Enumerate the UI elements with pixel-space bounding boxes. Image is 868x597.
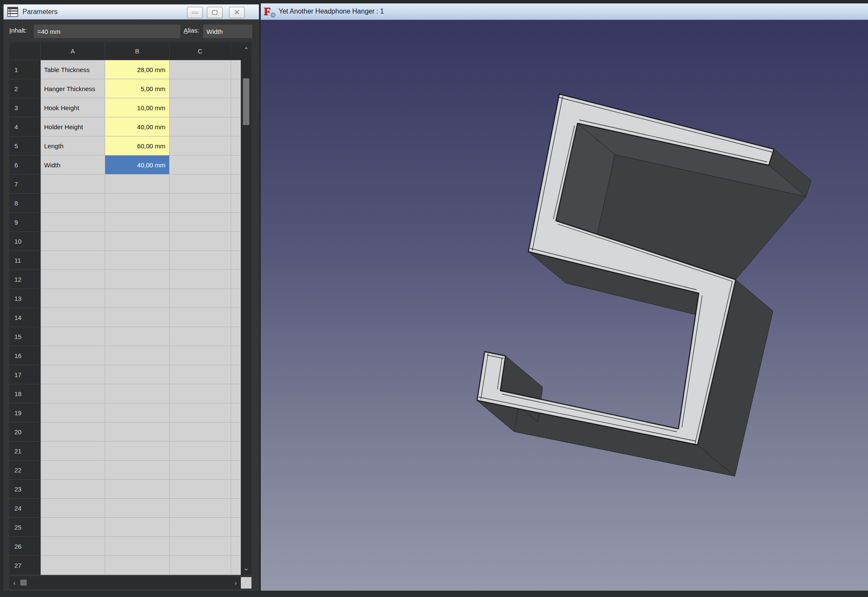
cell-A13[interactable] — [41, 289, 105, 308]
minimize-button[interactable] — [187, 7, 203, 18]
cell-A25[interactable] — [41, 518, 105, 537]
cell-B27[interactable] — [105, 556, 170, 575]
cell-B24[interactable] — [105, 499, 170, 518]
cell-A18[interactable] — [41, 384, 105, 403]
row-header-20[interactable]: 20 — [9, 422, 41, 442]
cell-A4[interactable]: Holder Height — [41, 117, 105, 136]
row-header-24[interactable]: 24 — [9, 499, 41, 518]
cell-A12[interactable] — [41, 270, 105, 289]
row-header-12[interactable]: 12 — [9, 270, 41, 289]
cell-A15[interactable] — [41, 327, 105, 346]
row-header-13[interactable]: 13 — [9, 289, 41, 308]
cell-A20[interactable] — [41, 422, 105, 442]
cell-C5[interactable] — [170, 136, 231, 155]
cell-B20[interactable] — [105, 422, 170, 442]
cell-A10[interactable] — [41, 232, 105, 251]
horizontal-scrollbar[interactable]: ‹ › — [9, 576, 241, 589]
cell-C25[interactable] — [170, 518, 231, 537]
row-header-16[interactable]: 16 — [9, 346, 41, 365]
cell-A19[interactable] — [41, 403, 105, 422]
row-header-19[interactable]: 19 — [9, 403, 41, 422]
row-header-3[interactable]: 3 — [9, 98, 41, 117]
cell-C17[interactable] — [170, 365, 231, 384]
cell-C11[interactable] — [170, 251, 231, 270]
cell-B4[interactable]: 40,00 mm — [105, 117, 170, 136]
cell-A11[interactable] — [41, 251, 105, 270]
cell-C22[interactable] — [170, 461, 231, 480]
cell-A9[interactable] — [41, 213, 105, 232]
cell-B19[interactable] — [105, 403, 170, 422]
close-button[interactable]: ✕ — [229, 7, 245, 18]
row-header-26[interactable]: 26 — [9, 537, 41, 556]
row-header-2[interactable]: 2 — [9, 79, 41, 98]
horizontal-scrollbar-thumb[interactable] — [20, 580, 27, 586]
viewport-titlebar[interactable]: F ⚙ Yet Another Headphone Hanger : 1 — [261, 3, 868, 20]
cell-C8[interactable] — [170, 194, 231, 213]
cell-C23[interactable] — [170, 480, 231, 499]
vertical-scrollbar[interactable]: ⌃ ⌄ — [241, 42, 251, 575]
row-header-9[interactable]: 9 — [9, 213, 41, 232]
chevron-right-icon[interactable]: › — [232, 576, 240, 589]
row-header-22[interactable]: 22 — [9, 461, 41, 480]
cell-B2[interactable]: 5,00 mm — [105, 79, 170, 98]
content-input[interactable] — [34, 25, 180, 38]
cell-C4[interactable] — [170, 117, 231, 136]
row-header-27[interactable]: 27 — [9, 556, 41, 575]
cell-B6[interactable]: 40,00 mm — [105, 155, 170, 175]
cell-C13[interactable] — [170, 289, 231, 308]
cell-B22[interactable] — [105, 461, 170, 480]
cell-A3[interactable]: Hook Height — [41, 98, 105, 117]
cell-C18[interactable] — [170, 384, 231, 403]
row-header-14[interactable]: 14 — [9, 308, 41, 327]
column-header-B[interactable]: B — [105, 42, 170, 60]
row-header-25[interactable]: 25 — [9, 518, 41, 537]
row-header-8[interactable]: 8 — [9, 194, 41, 213]
cell-B7[interactable] — [105, 175, 170, 194]
row-header-7[interactable]: 7 — [9, 175, 41, 194]
alias-input[interactable] — [203, 25, 252, 38]
column-header-C[interactable]: C — [170, 42, 231, 60]
cell-C19[interactable] — [170, 403, 231, 422]
cell-C9[interactable] — [170, 213, 231, 232]
cell-C24[interactable] — [170, 499, 231, 518]
cell-C12[interactable] — [170, 270, 231, 289]
cell-A27[interactable] — [41, 556, 105, 575]
row-header-17[interactable]: 17 — [9, 365, 41, 384]
cell-C15[interactable] — [170, 327, 231, 346]
cell-B23[interactable] — [105, 480, 170, 499]
row-header-15[interactable]: 15 — [9, 327, 41, 346]
row-header-21[interactable]: 21 — [9, 442, 41, 461]
cell-B15[interactable] — [105, 327, 170, 346]
row-header-10[interactable]: 10 — [9, 232, 41, 251]
cell-C16[interactable] — [170, 346, 231, 365]
row-header-5[interactable]: 5 — [9, 136, 41, 155]
chevron-up-icon[interactable]: ⌃ — [241, 45, 251, 55]
vertical-scrollbar-thumb[interactable] — [243, 78, 249, 125]
cell-A1[interactable]: Table Thickness — [41, 60, 105, 79]
cell-B1[interactable]: 28,00 mm — [105, 60, 170, 79]
cell-C10[interactable] — [170, 232, 231, 251]
cell-C20[interactable] — [170, 422, 231, 442]
cell-A14[interactable] — [41, 308, 105, 327]
row-header-23[interactable]: 23 — [9, 480, 41, 499]
3d-viewport[interactable] — [261, 20, 868, 591]
corner-header-cell[interactable] — [9, 42, 41, 60]
cell-A2[interactable]: Hanger Thickness — [41, 79, 105, 98]
cell-A6[interactable]: Width — [41, 155, 105, 175]
cell-A8[interactable] — [41, 194, 105, 213]
cell-B8[interactable] — [105, 194, 170, 213]
cell-B17[interactable] — [105, 365, 170, 384]
cell-B13[interactable] — [105, 289, 170, 308]
cell-B16[interactable] — [105, 346, 170, 365]
cell-A7[interactable] — [41, 175, 105, 194]
row-header-18[interactable]: 18 — [9, 384, 41, 403]
cell-C7[interactable] — [170, 175, 231, 194]
cell-B5[interactable]: 60,00 mm — [105, 136, 170, 155]
cell-A24[interactable] — [41, 499, 105, 518]
cell-B12[interactable] — [105, 270, 170, 289]
cell-B14[interactable] — [105, 308, 170, 327]
cell-A5[interactable]: Length — [41, 136, 105, 155]
row-header-1[interactable]: 1 — [9, 60, 41, 79]
cell-C27[interactable] — [170, 556, 231, 575]
cell-A26[interactable] — [41, 537, 105, 556]
